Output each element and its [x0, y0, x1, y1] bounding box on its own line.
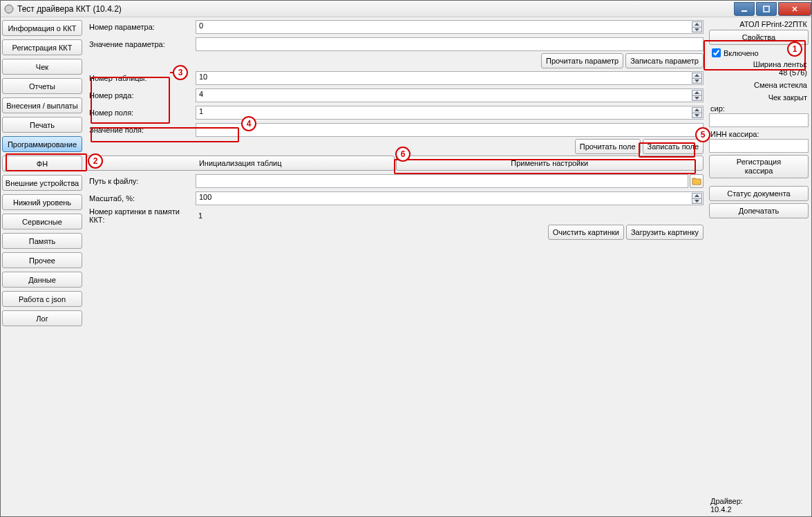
close-button[interactable]: [778, 2, 811, 16]
sidebar-item-external-dev[interactable]: Внешние устройства: [2, 175, 82, 191]
param-number-label: Номер параметра:: [86, 23, 196, 31]
spin-up-icon[interactable]: [692, 21, 702, 28]
apply-settings-button[interactable]: Применить настройки: [396, 156, 704, 171]
field-number-input[interactable]: 1: [196, 106, 704, 120]
spin-down-icon[interactable]: [692, 28, 702, 33]
sidebar-item-data[interactable]: Данные: [2, 272, 82, 288]
ribbon-width-value: 48 (576): [709, 68, 807, 77]
svg-rect-2: [764, 6, 769, 12]
write-field-button[interactable]: Записать поле: [643, 139, 704, 154]
sidebar-item-receipt[interactable]: Чек: [2, 59, 82, 75]
spin-up-icon[interactable]: [692, 193, 702, 199]
enabled-checkbox[interactable]: [712, 48, 721, 57]
inn-label: ИНН кассира:: [709, 130, 809, 138]
svg-point-0: [5, 5, 13, 13]
img-num-value: 1: [196, 212, 202, 220]
properties-button[interactable]: Свойства: [709, 30, 809, 45]
field-value-label: Значение поля:: [86, 126, 196, 134]
register-cashier-button[interactable]: Регистрация кассира: [709, 155, 809, 178]
spin-up-icon[interactable]: [692, 73, 702, 79]
init-tables-button[interactable]: Инициализация таблиц: [86, 156, 395, 171]
field-value-input[interactable]: [196, 123, 704, 137]
driver-version: 10.4.2: [710, 505, 807, 514]
scale-label: Масштаб, %:: [86, 194, 196, 203]
write-param-button[interactable]: Записать параметр: [625, 53, 704, 68]
sidebar-item-deposits[interactable]: Внесения / выплаты: [2, 97, 82, 113]
path-input[interactable]: [196, 174, 688, 188]
spin-down-icon[interactable]: [692, 199, 702, 205]
sidebar-item-register-kkt[interactable]: Регистрация ККТ: [2, 39, 82, 55]
sidebar-item-low-level[interactable]: Нижний уровень: [2, 194, 82, 210]
param-value-input[interactable]: [196, 37, 704, 51]
titlebar: Тест драйвера ККТ (10.4.2): [1, 1, 811, 17]
ribbon-width-label: Ширина ленты:: [709, 60, 807, 68]
sidebar-item-log[interactable]: Лог: [2, 310, 82, 326]
center-pane: Номер параметра: 0 Значение параметра: П…: [84, 17, 706, 516]
table-number-input[interactable]: 10: [196, 71, 704, 85]
scale-input[interactable]: 100: [196, 191, 704, 205]
app-icon: [3, 3, 15, 15]
spin-up-icon[interactable]: [692, 90, 702, 96]
sidebar-item-memory[interactable]: Память: [2, 233, 82, 249]
doc-status-button[interactable]: Статус документа: [709, 186, 809, 201]
svg-rect-1: [742, 10, 747, 12]
device-name: АТОЛ FPrint-22ПТК: [709, 19, 809, 30]
reprint-button[interactable]: Допечатать: [709, 203, 809, 218]
row-number-input[interactable]: 4: [196, 88, 704, 102]
sidebar-left: Информация о ККТ Регистрация ККТ Чек Отч…: [1, 17, 84, 516]
inn-input[interactable]: [709, 139, 809, 153]
spin-up-icon[interactable]: [692, 107, 702, 113]
spin-down-icon[interactable]: [692, 79, 702, 84]
img-num-label: Номер картинки в памяти ККТ:: [86, 207, 196, 224]
cashier-input[interactable]: [709, 113, 809, 127]
read-field-button[interactable]: Прочитать поле: [575, 139, 641, 154]
sidebar-item-info-kkt[interactable]: Информация о ККТ: [2, 20, 82, 36]
path-label: Путь к файлу:: [86, 177, 196, 185]
sidebar-item-other[interactable]: Прочее: [2, 252, 82, 268]
read-param-button[interactable]: Прочитать параметр: [541, 53, 623, 68]
driver-label: Драйвер:: [710, 497, 807, 505]
sidebar-item-fn[interactable]: ФН: [2, 156, 82, 171]
param-number-input[interactable]: 0: [196, 20, 704, 34]
sidebar-item-programming[interactable]: Программирование: [2, 136, 82, 152]
enabled-label: Включено: [724, 49, 759, 57]
receipt-status: Чек закрыт: [709, 92, 809, 102]
field-number-label: Номер поля:: [86, 109, 196, 117]
sidebar-item-service[interactable]: Сервисные: [2, 214, 82, 229]
spin-down-icon[interactable]: [692, 96, 702, 102]
minimize-button[interactable]: [734, 2, 755, 16]
sidebar-right: АТОЛ FPrint-22ПТК Свойства Включено Шири…: [706, 17, 811, 516]
table-number-label: Номер таблицы:: [86, 74, 196, 82]
sidebar-item-reports[interactable]: Отчеты: [2, 78, 82, 94]
load-image-button[interactable]: Загрузить картинку: [626, 225, 704, 240]
row-number-label: Номер ряда:: [86, 91, 196, 100]
sidebar-item-json[interactable]: Работа с json: [2, 291, 82, 307]
browse-folder-button[interactable]: [690, 174, 704, 188]
window-title: Тест драйвера ККТ (10.4.2): [17, 4, 733, 14]
param-value-label: Значение параметра:: [86, 40, 196, 48]
clear-images-button[interactable]: Очистить картинки: [548, 225, 624, 240]
sidebar-item-print[interactable]: Печать: [2, 117, 82, 133]
shift-status: Смена истекла: [709, 79, 809, 89]
cashier-label: сир:: [709, 104, 809, 113]
spin-down-icon[interactable]: [692, 113, 702, 119]
maximize-button[interactable]: [756, 2, 777, 16]
